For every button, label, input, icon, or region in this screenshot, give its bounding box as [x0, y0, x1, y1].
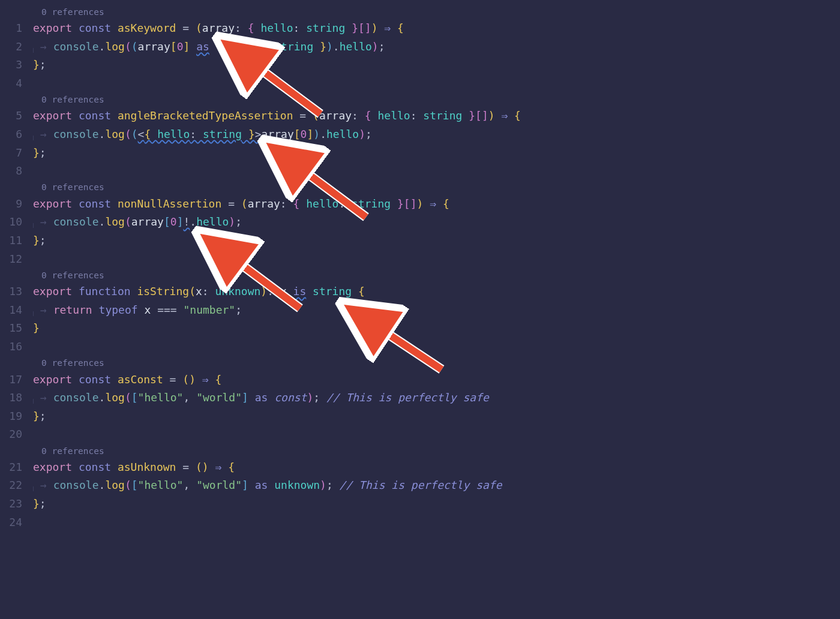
line-number: 17 [0, 371, 22, 389]
code-line[interactable] [33, 513, 840, 532]
line-number: 14 [0, 301, 22, 320]
code-line[interactable]: }; [33, 56, 840, 74]
code-line[interactable]: → console.log((<{ hello: string }>array[… [33, 125, 840, 144]
code-line[interactable]: }; [33, 144, 840, 163]
code-line[interactable]: }; [33, 232, 840, 250]
line-number: 24 [0, 513, 22, 532]
code-line[interactable]: export function isString(x: unknown): x … [33, 283, 840, 301]
code-line[interactable]: → console.log(["hello", "world"] as unkn… [33, 476, 840, 495]
codelens-references[interactable]: 0 references [33, 5, 840, 19]
line-number: 5 [0, 107, 22, 125]
line-number: 11 [0, 232, 22, 250]
code-line[interactable]: } [33, 319, 840, 338]
line-number: 12 [0, 250, 22, 269]
line-number: 19 [0, 407, 22, 426]
line-number: 22 [0, 476, 22, 495]
codelens-references[interactable]: 0 references [33, 181, 840, 195]
codelens-references[interactable]: 0 references [33, 356, 840, 371]
code-line[interactable]: export const nonNullAssertion = (array: … [33, 195, 840, 214]
line-number: 8 [0, 162, 22, 181]
line-number: 16 [0, 338, 22, 356]
codelens-references[interactable]: 0 references [33, 92, 840, 107]
code-line[interactable] [33, 338, 840, 356]
line-number: 21 [0, 458, 22, 477]
line-number: 20 [0, 425, 22, 444]
code-line[interactable]: → console.log(["hello", "world"] as cons… [33, 389, 840, 407]
codelens-references[interactable]: 0 references [33, 444, 840, 458]
code-line[interactable]: → console.log((array[0] as { hello: stri… [33, 38, 840, 56]
code-line[interactable]: export const asKeyword = (array: { hello… [33, 19, 840, 38]
code-line[interactable]: }; [33, 407, 840, 426]
line-number: 4 [0, 74, 22, 93]
code-line[interactable] [33, 250, 840, 269]
line-number: 2 [0, 38, 22, 56]
line-number: 7 [0, 144, 22, 163]
code-content[interactable]: 0 references export const asKeyword = (a… [33, 5, 840, 531]
code-line[interactable] [33, 425, 840, 444]
line-number-gutter: 1 2 3 4 5 6 7 8 9 10 11 12 13 14 15 16 1… [0, 5, 33, 531]
code-line[interactable]: export const angleBracketedTypeAssertion… [33, 107, 840, 125]
code-editor[interactable]: 1 2 3 4 5 6 7 8 9 10 11 12 13 14 15 16 1… [0, 0, 840, 531]
codelens-references[interactable]: 0 references [33, 268, 840, 283]
line-number: 3 [0, 56, 22, 74]
line-number: 1 [0, 19, 22, 38]
line-number: 18 [0, 389, 22, 407]
line-number: 6 [0, 125, 22, 144]
code-line[interactable]: → console.log(array[0]!.hello); [33, 213, 840, 232]
code-line[interactable]: → return typeof x === "number"; [33, 301, 840, 320]
code-line[interactable]: }; [33, 495, 840, 513]
line-number: 15 [0, 319, 22, 338]
code-line[interactable]: export const asConst = () ⇒ { [33, 371, 840, 389]
code-line[interactable] [33, 74, 840, 93]
line-number: 10 [0, 213, 22, 232]
line-number: 13 [0, 283, 22, 301]
line-number: 23 [0, 495, 22, 513]
line-number: 9 [0, 195, 22, 214]
code-line[interactable]: export const asUnknown = () ⇒ { [33, 458, 840, 477]
code-line[interactable] [33, 162, 840, 181]
